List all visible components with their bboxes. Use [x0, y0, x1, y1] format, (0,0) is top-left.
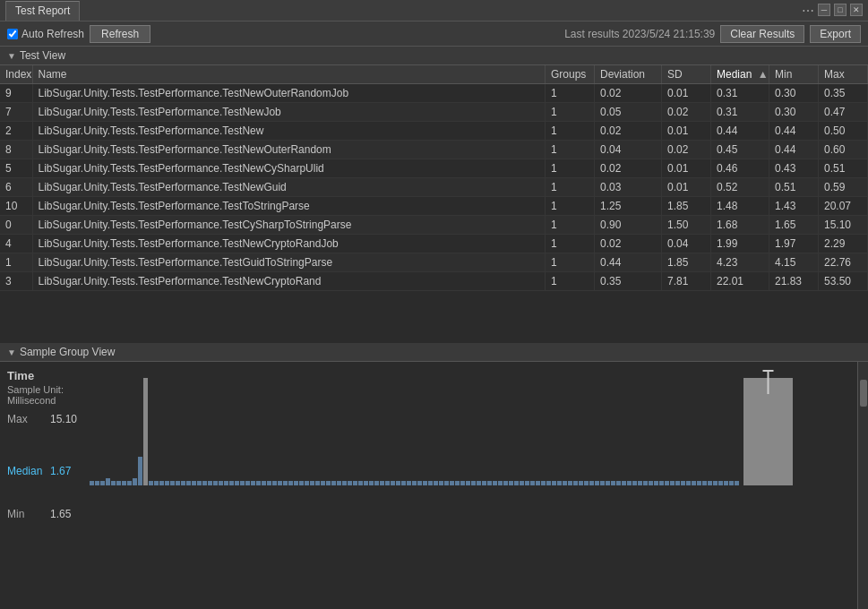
cell-min: 1.65	[769, 216, 819, 235]
tab-test-report[interactable]: Test Report	[5, 1, 80, 21]
chart-bar	[326, 481, 331, 485]
test-view-arrow: ▼	[7, 51, 16, 61]
col-header-name[interactable]: Name	[32, 65, 546, 84]
cell-max: 0.51	[819, 159, 868, 178]
cell-min: 4.15	[769, 253, 819, 272]
table-row[interactable]: 8LibSugar.Unity.Tests.TestPerformance.Te…	[0, 141, 868, 159]
refresh-button[interactable]: Refresh	[90, 25, 150, 43]
cell-deviation: 0.44	[595, 253, 662, 272]
auto-refresh-label[interactable]: Auto Refresh	[7, 28, 84, 40]
col-header-groups[interactable]: Groups	[546, 65, 595, 84]
chart-bar	[337, 481, 341, 485]
cell-deviation: 0.02	[595, 84, 662, 103]
chart-bar	[278, 481, 282, 485]
cell-name: LibSugar.Unity.Tests.TestPerformance.Tes…	[32, 178, 546, 197]
cell-min: 0.30	[769, 103, 819, 122]
cell-name: LibSugar.Unity.Tests.TestPerformance.Tes…	[32, 253, 546, 272]
test-view-header[interactable]: ▼ Test View	[0, 47, 868, 65]
maximize-button[interactable]: □	[834, 4, 847, 16]
chart-bar	[649, 481, 653, 485]
cell-name: LibSugar.Unity.Tests.TestPerformance.Tes…	[32, 84, 546, 103]
cell-sd: 7.81	[662, 272, 711, 291]
chart-bar	[305, 481, 309, 485]
auto-refresh-checkbox[interactable]	[7, 29, 18, 39]
cell-max: 53.50	[819, 272, 868, 291]
chart-bar	[315, 481, 320, 485]
minimize-button[interactable]: ─	[818, 4, 830, 16]
chart-bar	[428, 481, 433, 485]
chart-bar	[552, 481, 556, 485]
col-header-max[interactable]: Max	[819, 65, 868, 84]
table-row[interactable]: 7LibSugar.Unity.Tests.TestPerformance.Te…	[0, 103, 868, 122]
cell-max: 22.76	[819, 253, 868, 272]
chart-bar	[514, 481, 519, 485]
table-row[interactable]: 2LibSugar.Unity.Tests.TestPerformance.Te…	[0, 122, 868, 141]
chart-bar	[262, 481, 266, 485]
min-label: Min	[7, 508, 45, 520]
col-header-index[interactable]: Index	[0, 65, 32, 84]
chart-bar	[267, 481, 271, 485]
chart-bar	[294, 481, 298, 485]
right-scroll-thumb[interactable]	[860, 380, 867, 407]
chart-bar	[692, 481, 696, 485]
clear-results-button[interactable]: Clear Results	[720, 25, 804, 43]
chart-bar	[471, 481, 476, 485]
chart-bar	[213, 481, 218, 485]
median-label: Median	[7, 465, 45, 477]
chart-bar	[681, 481, 685, 485]
chart-area	[90, 362, 857, 609]
table-row[interactable]: 4LibSugar.Unity.Tests.TestPerformance.Te…	[0, 235, 868, 253]
chart-bar	[165, 481, 169, 485]
cell-min: 21.83	[769, 272, 819, 291]
cell-deviation: 0.02	[595, 122, 662, 141]
col-header-min[interactable]: Min	[769, 65, 819, 84]
chart-bar	[256, 481, 261, 485]
cell-deviation: 0.04	[595, 141, 662, 159]
cell-median: 22.01	[711, 272, 769, 291]
cell-name: LibSugar.Unity.Tests.TestPerformance.Tes…	[32, 272, 546, 291]
title-bar: Test Report ⋯ ─ □ ✕	[0, 0, 868, 21]
chart-bar	[665, 481, 669, 485]
bar-chart	[90, 369, 854, 485]
chart-bar	[557, 481, 562, 485]
table-row[interactable]: 10LibSugar.Unity.Tests.TestPerformance.T…	[0, 197, 868, 216]
chart-bar	[288, 481, 293, 485]
table-row[interactable]: 5LibSugar.Unity.Tests.TestPerformance.Te…	[0, 159, 868, 178]
chart-bar	[423, 481, 427, 485]
cell-min: 0.43	[769, 159, 819, 178]
close-button[interactable]: ✕	[850, 4, 863, 16]
chart-bar	[670, 481, 675, 485]
table-row[interactable]: 3LibSugar.Unity.Tests.TestPerformance.Te…	[0, 272, 868, 291]
table-row[interactable]: 0LibSugar.Unity.Tests.TestPerformance.Te…	[0, 216, 868, 235]
cell-deviation: 0.35	[595, 272, 662, 291]
cell-min: 0.30	[769, 84, 819, 103]
cell-max: 2.29	[819, 235, 868, 253]
table-row[interactable]: 1LibSugar.Unity.Tests.TestPerformance.Te…	[0, 253, 868, 272]
col-header-deviation[interactable]: Deviation	[595, 65, 662, 84]
chart-bar	[595, 481, 599, 485]
chart-bar	[181, 481, 185, 485]
window-controls: ⋯ ─ □ ✕	[802, 4, 863, 18]
cell-deviation: 0.03	[595, 178, 662, 197]
chart-bar	[358, 481, 363, 485]
chart-bar	[584, 481, 589, 485]
export-button[interactable]: Export	[810, 25, 861, 43]
cell-index: 5	[0, 159, 32, 178]
test-view-table-container[interactable]: Index Name Groups Deviation SD Median ▲ …	[0, 65, 868, 343]
col-header-median[interactable]: Median ▲	[711, 65, 769, 84]
cell-groups: 1	[546, 84, 595, 103]
col-header-sd[interactable]: SD	[662, 65, 711, 84]
cell-groups: 1	[546, 178, 595, 197]
chart-bar	[579, 481, 583, 485]
sample-labels: Time Sample Unit: Millisecond Max 15.10 …	[0, 362, 90, 609]
chart-bar	[482, 481, 486, 485]
chart-bar	[90, 481, 94, 485]
cell-groups: 1	[546, 253, 595, 272]
right-scrollbar[interactable]	[857, 362, 868, 609]
min-row: Min 1.65	[7, 508, 82, 520]
table-row[interactable]: 6LibSugar.Unity.Tests.TestPerformance.Te…	[0, 178, 868, 197]
window-menu-icon[interactable]: ⋯	[802, 4, 814, 18]
table-row[interactable]: 9LibSugar.Unity.Tests.TestPerformance.Te…	[0, 84, 868, 103]
cell-min: 1.97	[769, 235, 819, 253]
sample-group-header[interactable]: ▼ Sample Group View	[0, 343, 868, 362]
